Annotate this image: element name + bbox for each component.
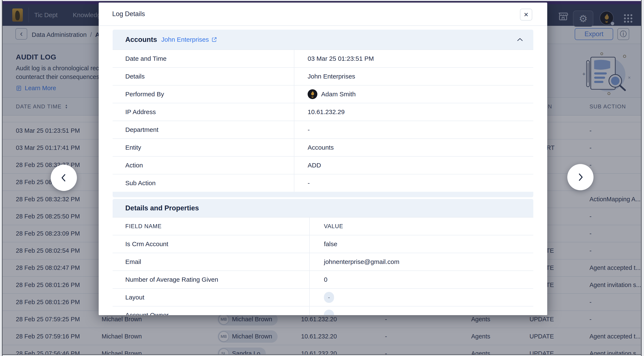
account-field-row: Date and Time 03 Mar 25 01:23:51 PM	[112, 50, 533, 67]
collapse-section-button[interactable]	[516, 37, 524, 42]
chevron-right-icon	[576, 172, 585, 182]
property-value-text: -	[324, 292, 334, 303]
field-value-text: ADD	[308, 162, 321, 169]
property-value-text: johnenterprise@gmail.com	[324, 258, 399, 265]
property-field-name: Is Crm Account	[112, 235, 310, 253]
field-value: -	[294, 121, 533, 138]
chevron-up-icon	[516, 37, 524, 42]
field-value-text: 03 Mar 25 01:23:51 PM	[308, 55, 374, 62]
field-label: Details	[112, 68, 294, 85]
account-record-link[interactable]: John Enterprises	[161, 36, 217, 43]
previous-log-button[interactable]	[51, 165, 77, 191]
field-value-text: Adam Smith	[321, 91, 356, 98]
field-value: Adam Smith	[294, 86, 533, 103]
window-frame-right	[641, 0, 644, 356]
details-properties-title: Details and Properties	[125, 204, 199, 212]
account-field-row: IP Address 10.61.232.29	[112, 103, 533, 121]
property-value: -	[310, 289, 533, 306]
property-value: false	[310, 235, 533, 253]
account-fields-table: Date and Time 03 Mar 25 01:23:51 PM Deta…	[112, 50, 533, 192]
chevron-left-icon	[60, 173, 68, 183]
property-row: Is Crm Account false	[112, 235, 533, 253]
accounts-section-header: Accounts John Enterprises	[112, 30, 533, 50]
field-label: Entity	[112, 139, 294, 156]
field-label: Action	[112, 157, 294, 174]
field-value-text: -	[308, 180, 310, 187]
accounts-section: Accounts John Enterprises Date and Time …	[112, 30, 533, 197]
window-frame-left	[0, 0, 2, 356]
column-header-field-name: FIELD NAME	[112, 218, 310, 235]
field-value: Accounts	[294, 139, 533, 156]
accounts-section-title: Accounts	[125, 36, 157, 44]
field-label: Department	[112, 121, 294, 138]
field-value-text: -	[308, 126, 310, 133]
account-field-row: Performed By Adam Smith	[112, 85, 533, 103]
properties-header-row: FIELD NAME VALUE	[112, 217, 533, 235]
performer-avatar	[308, 89, 317, 99]
field-value-text: 10.61.232.29	[308, 108, 344, 116]
field-label: Performed By	[112, 86, 294, 103]
field-value-text: Accounts	[308, 144, 334, 151]
field-label: Sub Action	[112, 174, 294, 192]
property-row: Number of Average Rating Given 0	[112, 270, 533, 288]
field-value-text: John Enterprises	[308, 73, 355, 80]
property-field-name: Email	[112, 253, 310, 270]
account-field-row: Details John Enterprises	[112, 67, 533, 85]
screen: Tic Dept Knowledg ⚙	[0, 0, 644, 356]
close-button[interactable]: ✕	[520, 9, 532, 21]
property-field-name: Layout	[112, 289, 310, 306]
window-frame-bottom	[0, 354, 644, 356]
external-link-icon	[211, 37, 217, 43]
property-value: 0	[310, 271, 533, 288]
field-value: 10.61.232.29	[294, 103, 533, 121]
log-details-modal: Log Details ✕ Accounts John Enterprises …	[99, 3, 547, 315]
next-log-button[interactable]	[567, 164, 594, 190]
property-field-name: Account Owner	[112, 306, 310, 315]
field-label: Date and Time	[112, 50, 294, 67]
property-row: Email johnenterprise@gmail.com	[112, 253, 533, 270]
field-value: ADD	[294, 157, 533, 174]
properties-table: FIELD NAME VALUE Is Crm Account false Em…	[112, 217, 533, 315]
account-field-row: Action ADD	[112, 156, 533, 174]
modal-title: Log Details	[112, 3, 145, 25]
window-frame-top	[0, 0, 644, 1]
field-value: 03 Mar 25 01:23:51 PM	[294, 50, 533, 67]
property-value-text: false	[324, 240, 337, 248]
property-value	[310, 306, 533, 315]
account-field-row: Sub Action -	[112, 174, 533, 192]
property-value-text: 0	[324, 276, 328, 283]
account-field-row: Entity Accounts	[112, 138, 533, 156]
property-row: Layout -	[112, 288, 533, 306]
account-field-row: Department -	[112, 121, 533, 138]
property-value: johnenterprise@gmail.com	[310, 253, 533, 270]
property-value-text	[324, 310, 334, 315]
field-label: IP Address	[112, 103, 294, 121]
details-properties-section: Details and Properties FIELD NAME VALUE …	[112, 199, 533, 315]
column-header-value: VALUE	[310, 218, 533, 235]
property-field-name: Number of Average Rating Given	[112, 271, 310, 288]
modal-header: Log Details ✕	[99, 3, 547, 26]
field-value: John Enterprises	[294, 68, 533, 85]
field-value: -	[294, 174, 533, 192]
property-row: Account Owner	[112, 306, 533, 315]
details-properties-header: Details and Properties	[112, 199, 533, 217]
